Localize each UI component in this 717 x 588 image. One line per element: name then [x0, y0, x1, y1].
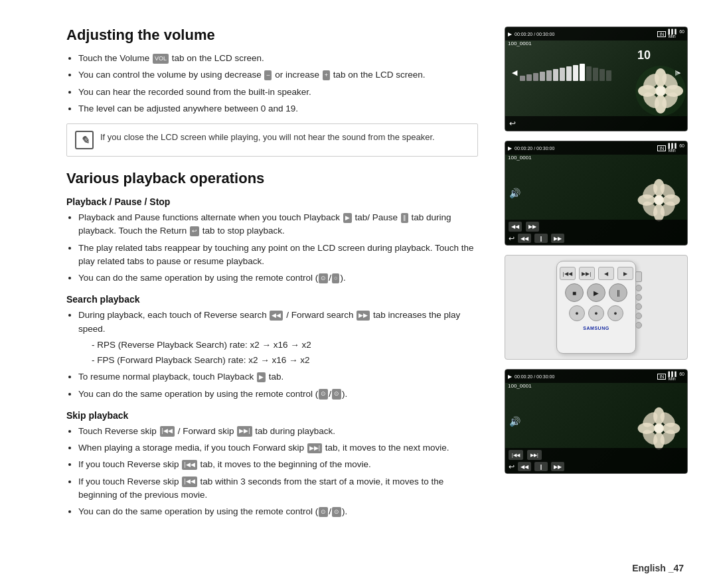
remote-vol-up: ▶ — [617, 267, 633, 280]
samsung-logo: SAMSUNG — [583, 326, 609, 331]
section1-title: Adjusting the volume — [66, 27, 478, 44]
screen3: |◀◀ ▶▶| ◀ ▶ ■ ▶ ‖ ● ● ● — [505, 255, 688, 360]
left-content: Adjusting the volume Touch the Volume VO… — [66, 27, 485, 561]
bullet-item: During playback, each touch of Reverse s… — [78, 309, 478, 367]
remote-side-panel — [635, 271, 642, 329]
vol-left-icon: 🔊 — [509, 188, 520, 198]
bullet-item: The level can be adjusted anywhere betwe… — [78, 102, 478, 115]
remote-btn2: ● — [588, 305, 604, 321]
status-bar-4: ▶ 00:00:20 / 00:30:00 IN ▌▌▌ 60Min — [505, 370, 687, 383]
page-footer: English _47 — [632, 563, 684, 573]
skip-bullets: Touch Reverse skip |◀◀ / Forward skip ▶▶… — [66, 425, 478, 519]
flower-graphic-1 — [634, 64, 687, 117]
remote-btn3: ● — [607, 305, 623, 321]
remote-wrapper: |◀◀ ▶▶| ◀ ▶ ■ ▶ ‖ ● ● ● — [505, 256, 687, 359]
screen2: ▶ 00:00:20 / 00:30:00 IN ▌▌▌ 60Min 100_0… — [505, 141, 688, 246]
bullet-item: Touch Reverse skip |◀◀ / Forward skip ▶▶… — [78, 425, 478, 438]
rev-skip3: |◀◀ — [182, 477, 197, 487]
increase-icon: + — [323, 70, 330, 81]
flower-graphic-4 — [634, 404, 684, 453]
fwd-skip-icon: ▶▶| — [237, 426, 252, 437]
status-bar-1: ▶ 00:00:20 / 00:30:00 IN ▌▌▌ 60Min — [505, 27, 687, 40]
dash-item: FPS (Forward Playback Search) rate: x2 →… — [92, 354, 478, 367]
remote-pause: ‖ — [609, 283, 627, 302]
remote-rev-skip: |◀◀ — [560, 267, 576, 280]
search-bullets: During playback, each touch of Reverse s… — [66, 309, 478, 401]
vol-icon: VOL — [153, 54, 169, 64]
playback-bullets: Playback and Pause functions alternate w… — [66, 211, 478, 285]
rev-skip-icon: |◀◀ — [160, 426, 175, 437]
bullet-item: You can do the same operation by using t… — [78, 505, 478, 518]
flower-graphic-2 — [634, 175, 684, 225]
right-content: ▶ 00:00:20 / 00:30:00 IN ▌▌▌ 60Min 100_0… — [505, 27, 690, 561]
volume-number: 10 — [637, 48, 651, 62]
controls-overlay-4: |◀◀ ▶▶| ↩ ◀◀ ‖ ▶▶ — [505, 448, 687, 473]
remote-icon4: ⊙ — [332, 389, 341, 400]
note-icon: ✎ — [75, 131, 94, 149]
footer-text: English _ — [632, 563, 673, 573]
play-icon-inline: ▶ — [343, 213, 352, 224]
remote-fwd-skip: ▶▶| — [579, 267, 595, 280]
remote-stop: ■ — [565, 283, 584, 302]
file-label-1: 100_0001 — [508, 40, 532, 46]
note-box: ✎ If you close the LCD screen while play… — [66, 123, 478, 157]
remote-play: ▶ — [587, 283, 605, 302]
svg-point-19 — [654, 423, 664, 433]
remote-vol-down: ◀ — [598, 267, 614, 280]
remote-icon2: ○ — [332, 273, 339, 284]
return-icon-inline: ↩ — [190, 226, 199, 237]
dash-list: RPS (Reverse Playback Search) rate: x2 →… — [78, 338, 478, 368]
bullet-item: You can control the volume by using decr… — [78, 68, 478, 82]
subsection-skip-title: Skip playback — [66, 410, 478, 421]
bullet-item: The play related tabs reappear by touchi… — [78, 242, 478, 269]
remote-body: |◀◀ ▶▶| ◀ ▶ ■ ▶ ‖ ● ● ● — [556, 261, 636, 354]
page-number: 47 — [673, 563, 684, 573]
screen1: ▶ 00:00:20 / 00:30:00 IN ▌▌▌ 60Min 100_0… — [505, 27, 688, 131]
remote-icon6: ⊙ — [332, 507, 341, 518]
bullet-item: You can hear the recorded sound from the… — [78, 86, 478, 99]
subsection-search-title: Search playback — [66, 294, 478, 305]
svg-point-1 — [655, 86, 666, 96]
bottom-bar-1: ↩ — [505, 116, 687, 131]
play-icon2: ▶ — [257, 372, 266, 383]
page-container: Adjusting the volume Touch the Volume VO… — [0, 0, 717, 588]
bullet-item: When playing a storage media, if you tou… — [78, 441, 478, 455]
file-label-4: 100_0001 — [508, 383, 532, 389]
bullet-item: If you touch Reverse skip |◀◀ tab, it mo… — [78, 458, 478, 471]
status-bar-2: ▶ 00:00:20 / 00:30:00 IN ▌▌▌ 60Min — [505, 141, 687, 155]
bullet-item: You can do the same operation by using t… — [78, 271, 478, 285]
fwd-icon: ▶▶ — [357, 311, 370, 321]
remote-icon3: ⊙ — [319, 389, 328, 400]
remote-icon5: ⊙ — [319, 507, 328, 518]
controls-overlay-2: ◀◀ ▶▶ ↩ ◀◀ ‖ ▶▶ — [505, 220, 687, 245]
rev-icon: ◀◀ — [270, 311, 283, 321]
dash-item: RPS (Reverse Playback Search) rate: x2 →… — [92, 338, 478, 352]
subsection-playback-title: Playback / Pause / Stop — [66, 196, 478, 207]
fwd-skip2: ▶▶| — [307, 443, 322, 454]
section2-title: Various playback operations — [66, 170, 478, 187]
file-label-2: 100_0001 — [508, 155, 532, 161]
bullet-item: Playback and Pause functions alternate w… — [78, 211, 478, 238]
remote-icon1: ⊙ — [319, 273, 328, 284]
remote-btn1: ● — [569, 305, 585, 321]
decrease-icon: – — [264, 70, 272, 81]
svg-point-10 — [654, 195, 664, 205]
bullet-item: Touch the Volume VOL tab on the LCD scre… — [78, 52, 478, 65]
bullet-item: To resume normal playback, touch Playbac… — [78, 370, 478, 384]
section1-bullets: Touch the Volume VOL tab on the LCD scre… — [66, 52, 478, 115]
note-text: If you close the LCD screen while playin… — [100, 131, 435, 144]
screen4: ▶ 00:00:20 / 00:30:00 IN ▌▌▌ 60Min 100_0… — [505, 369, 688, 474]
rev-skip2: |◀◀ — [182, 460, 197, 471]
bullet-item: If you touch Reverse skip |◀◀ tab within… — [78, 475, 478, 502]
bullet-item: You can do the same operation by using t… — [78, 388, 478, 401]
vol-left-icon-4: 🔊 — [509, 416, 520, 427]
pause-icon-inline: ‖ — [401, 213, 408, 224]
